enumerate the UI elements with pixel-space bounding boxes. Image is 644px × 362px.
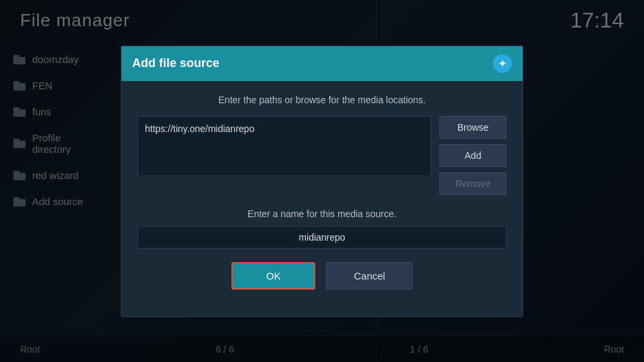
source-action-buttons: Browse Add Remove (439, 116, 506, 195)
ok-button[interactable]: OK (231, 262, 316, 290)
remove-button[interactable]: Remove (439, 172, 506, 195)
cancel-button[interactable]: Cancel (326, 262, 413, 290)
source-url-display[interactable]: https://tiny.one/midianrepo (138, 116, 431, 176)
dialog-footer: OK Cancel (138, 262, 506, 303)
dialog-body: Enter the paths or browse for the media … (121, 81, 523, 316)
dialog-header: Add file source ✦ (121, 46, 523, 81)
modal-overlay: Add file source ✦ Enter the paths or bro… (0, 0, 644, 362)
media-source-name-input[interactable]: midianrepo (138, 226, 506, 249)
name-instruction: Enter a name for this media source. (138, 208, 506, 219)
add-button[interactable]: Add (439, 144, 506, 167)
add-file-source-dialog: Add file source ✦ Enter the paths or bro… (121, 46, 523, 317)
kodi-logo-icon: ✦ (493, 54, 512, 73)
dialog-title: Add file source (132, 56, 219, 70)
path-instruction: Enter the paths or browse for the media … (138, 95, 506, 105)
source-row: https://tiny.one/midianrepo Browse Add R… (138, 116, 506, 195)
browse-button[interactable]: Browse (439, 116, 506, 139)
